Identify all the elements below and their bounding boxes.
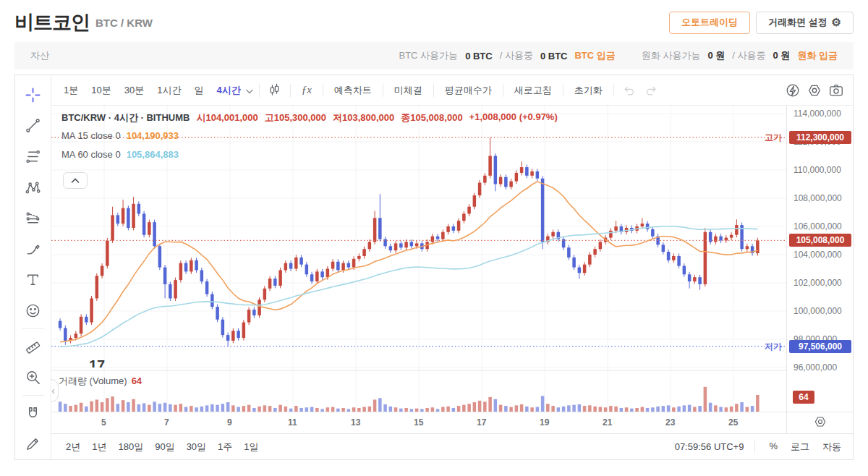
chart-legend: BTC/KRW · 4시간 · BITHUMB 시104,001,000 고10… xyxy=(61,111,558,124)
brush-icon[interactable] xyxy=(20,234,46,265)
coin-title: 비트코인 xyxy=(14,9,90,35)
range-1년[interactable]: 1년 xyxy=(86,441,112,454)
btc-deposit-link[interactable]: BTC 입금 xyxy=(574,49,615,62)
range-180일[interactable]: 180일 xyxy=(112,441,149,454)
price-tick: 108,000,000 xyxy=(793,193,842,203)
ma60-name: MA 60 close 0 xyxy=(61,149,121,160)
chart-settings-icon[interactable] xyxy=(804,80,825,101)
autotrading-button[interactable]: 오토트레이딩 xyxy=(669,12,750,34)
volume-settings-icon[interactable] xyxy=(813,415,827,431)
interval-4h-active[interactable]: 4시간 xyxy=(210,84,247,97)
toolbar-button-새로고침[interactable]: 새로고침 xyxy=(508,84,558,97)
volume-legend: 거래량 (Volume)64 xyxy=(59,375,142,388)
redo-icon[interactable] xyxy=(640,80,662,101)
time-tick-19: 19 xyxy=(540,417,549,428)
interval-10분[interactable]: 10분 xyxy=(85,84,117,97)
range-2년[interactable]: 2년 xyxy=(60,441,86,454)
clock-timezone: UTC+9 xyxy=(714,441,744,452)
time-tick-15: 15 xyxy=(414,417,423,428)
undo-icon[interactable] xyxy=(618,80,640,101)
xabcd-pattern-icon[interactable] xyxy=(20,172,46,203)
magnet-icon[interactable] xyxy=(20,398,46,429)
price-badge-last: 105,008,000 xyxy=(789,234,851,247)
price-tick: 114,000,000 xyxy=(793,109,841,119)
krw-available-label: 원화 사용가능 xyxy=(642,49,701,62)
range-30일[interactable]: 30일 xyxy=(181,441,212,454)
interval-1분[interactable]: 1분 xyxy=(57,84,85,97)
chevron-down-icon[interactable] xyxy=(246,85,253,96)
btc-available-label: BTC 사용가능 xyxy=(399,49,459,62)
ma60-legend: MA 60 close 0 105,864,883 xyxy=(61,149,179,160)
time-tick-25: 25 xyxy=(728,417,738,428)
text-tool-icon[interactable] xyxy=(20,264,46,295)
ma15-name: MA 15 close 0 xyxy=(61,130,121,141)
zoom-in-icon[interactable] xyxy=(20,362,46,393)
quick-action-bolt-icon[interactable] xyxy=(782,80,804,101)
interval-group: 1분10분30분1시간일 xyxy=(57,84,210,97)
separator xyxy=(563,84,563,97)
separator xyxy=(754,441,755,454)
interval-1시간[interactable]: 1시간 xyxy=(150,84,187,97)
toolbar-divider xyxy=(22,328,44,329)
page-header: 비트코인 BTC / KRW 오토트레이딩 거래화면 설정 ⚙ xyxy=(0,0,868,42)
legend-high: 고105,300,000 xyxy=(265,111,326,124)
range-group: 2년1년180일90일30일1주1일 xyxy=(60,441,265,454)
price-tick: 96,000,000 xyxy=(793,362,837,373)
time-tick-11: 11 xyxy=(288,417,297,428)
krw-available-value: 0 원 xyxy=(707,49,725,62)
gear-icon: ⚙ xyxy=(832,16,841,29)
coin-pair: BTC / KRW xyxy=(95,17,153,29)
ruler-icon[interactable] xyxy=(20,331,46,362)
range-1주[interactable]: 1주 xyxy=(212,441,238,454)
fib-lines-icon[interactable] xyxy=(20,141,46,172)
krw-inuse-label: / 사용중 xyxy=(732,49,765,62)
range-90일[interactable]: 90일 xyxy=(149,441,180,454)
scale-group: %로그자동 xyxy=(766,441,844,454)
toolbar-button-초기화[interactable]: 초기화 xyxy=(568,84,609,97)
scale-로그[interactable]: 로그 xyxy=(788,441,812,454)
ma60-value: 105,864,883 xyxy=(127,149,179,160)
price-tick: 106,000,000 xyxy=(793,221,842,231)
price-badge-low: 97,506,000 xyxy=(789,340,851,353)
toolbar-button-미체결[interactable]: 미체결 xyxy=(388,84,429,97)
indicators-fx-icon[interactable]: ƒx xyxy=(295,84,318,96)
price-tick: 100,000,000 xyxy=(793,306,842,316)
crosshair-icon[interactable] xyxy=(20,80,46,111)
time-tick-9: 9 xyxy=(227,417,232,428)
asset-label: 자산 xyxy=(30,49,49,62)
clock[interactable]: 07:59:56 UTC+9 xyxy=(675,441,744,452)
scale-자동[interactable]: 자동 xyxy=(820,441,844,454)
snapshot-camera-icon[interactable] xyxy=(825,80,847,101)
candle-style-icon[interactable] xyxy=(264,80,286,101)
trend-line-icon[interactable] xyxy=(20,111,46,142)
time-axis[interactable]: 5791113151719212325 xyxy=(51,412,786,433)
emoji-tool-icon[interactable] xyxy=(20,295,46,326)
time-tick-23: 23 xyxy=(665,417,675,428)
time-tick-13: 13 xyxy=(351,417,360,428)
toolbar-button-예측차트[interactable]: 예측차트 xyxy=(328,84,378,97)
chart-pane[interactable]: BTC/KRW · 4시간 · BITHUMB 시104,001,000 고10… xyxy=(51,106,786,412)
range-1일[interactable]: 1일 xyxy=(238,441,264,454)
price-badge-high: 112,300,000 xyxy=(789,131,851,144)
price-tick: 102,000,000 xyxy=(793,278,842,288)
pencil-icon[interactable] xyxy=(20,428,46,459)
time-tick-7: 7 xyxy=(164,417,169,428)
screen-settings-label: 거래화면 설정 xyxy=(768,16,827,29)
interval-30분[interactable]: 30분 xyxy=(118,84,150,97)
krw-inuse-value: 0 원 xyxy=(773,49,791,62)
projection-icon[interactable] xyxy=(20,203,46,234)
volume-badge: 64 xyxy=(793,391,814,404)
price-tick: 104,000,000 xyxy=(793,250,842,260)
toolbar-button-평균매수가[interactable]: 평균매수가 xyxy=(438,84,498,97)
chart-toolbar: 1분10분30분1시간일 4시간 ƒx 예측차트미체결평균매수가새로고침초기화 xyxy=(51,75,853,106)
scale-%[interactable]: % xyxy=(766,441,780,454)
separator xyxy=(433,84,434,97)
toolbar-divider xyxy=(22,395,44,396)
collapse-pane-button[interactable] xyxy=(63,172,88,189)
price-axis[interactable]: 114,000,000112,000,000110,000,000108,000… xyxy=(786,106,853,412)
interval-일[interactable]: 일 xyxy=(187,84,210,97)
screen-settings-button[interactable]: 거래화면 설정 ⚙ xyxy=(756,12,854,34)
krw-deposit-link[interactable]: 원화 입금 xyxy=(797,49,838,62)
legend-close: 종105,008,000 xyxy=(401,111,462,124)
volume-value: 64 xyxy=(132,375,142,386)
